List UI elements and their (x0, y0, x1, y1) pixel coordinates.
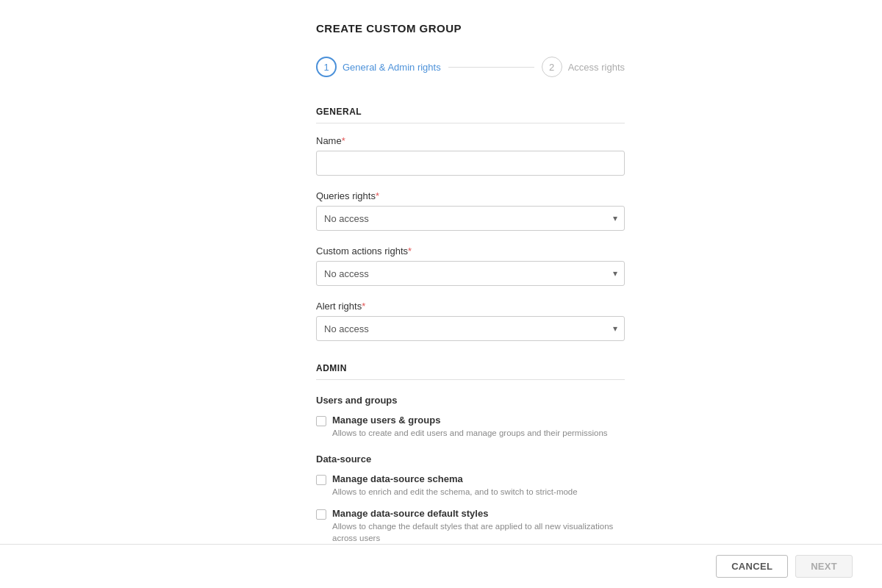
step-connector (448, 67, 534, 68)
next-button[interactable]: NEXT (795, 555, 853, 578)
users-groups-subtitle: Users and groups (316, 395, 625, 406)
data-source-subtitle: Data-source (316, 453, 625, 465)
queries-label: Queries rights* (316, 190, 625, 201)
step-1-label: General & Admin rights (343, 62, 441, 73)
alert-group: Alert rights* No access Read Write ▾ (316, 301, 625, 341)
checkbox-manage-schema: Manage data-source schema Allows to enri… (316, 473, 625, 498)
alert-select[interactable]: No access Read Write (316, 316, 625, 341)
manage-default-styles-checkbox[interactable] (316, 509, 326, 520)
name-label: Name* (316, 135, 625, 146)
stepper: 1 General & Admin rights 2 Access rights (316, 57, 625, 77)
manage-default-styles-desc: Allows to change the default styles that… (332, 520, 625, 544)
alert-label: Alert rights* (316, 301, 625, 312)
manage-schema-desc: Allows to enrich and edit the schema, an… (332, 486, 578, 498)
step-1-circle: 1 (316, 57, 337, 77)
admin-section-title: ADMIN (316, 363, 625, 380)
manage-users-checkbox[interactable] (316, 416, 326, 426)
step-2: 2 Access rights (542, 57, 625, 77)
queries-group: Queries rights* No access Read Write ▾ (316, 190, 625, 231)
manage-default-styles-label: Manage data-source default styles (332, 508, 625, 519)
custom-actions-select[interactable]: No access Read Write (316, 261, 625, 286)
alert-required-star: * (362, 301, 365, 312)
name-input[interactable] (316, 151, 625, 176)
manage-schema-label: Manage data-source schema (332, 473, 578, 484)
checkbox-manage-users: Manage users & groups Allows to create a… (316, 415, 625, 439)
step-2-label: Access rights (568, 62, 625, 73)
manage-schema-checkbox[interactable] (316, 475, 326, 485)
alert-select-wrapper: No access Read Write ▾ (316, 316, 625, 341)
custom-actions-select-wrapper: No access Read Write ▾ (316, 261, 625, 286)
step-2-circle: 2 (542, 57, 562, 77)
queries-select[interactable]: No access Read Write (316, 206, 625, 231)
footer: CANCEL NEXT (0, 544, 882, 588)
custom-actions-group: Custom actions rights* No access Read Wr… (316, 245, 625, 286)
queries-required-star: * (376, 190, 379, 201)
manage-users-label: Manage users & groups (332, 415, 608, 426)
name-group: Name* (316, 135, 625, 176)
step-1: 1 General & Admin rights (316, 57, 441, 77)
page-title: CREATE CUSTOM GROUP (316, 22, 853, 35)
checkbox-manage-default-styles: Manage data-source default styles Allows… (316, 508, 625, 544)
form-container: GENERAL Name* Queries rights* No access … (316, 107, 625, 588)
custom-actions-required-star: * (408, 245, 412, 257)
queries-select-wrapper: No access Read Write ▾ (316, 206, 625, 231)
custom-actions-label: Custom actions rights* (316, 245, 625, 257)
name-required-star: * (342, 135, 345, 146)
general-section-title: GENERAL (316, 107, 625, 123)
cancel-button[interactable]: CANCEL (716, 555, 788, 578)
manage-users-desc: Allows to create and edit users and mana… (332, 427, 608, 439)
